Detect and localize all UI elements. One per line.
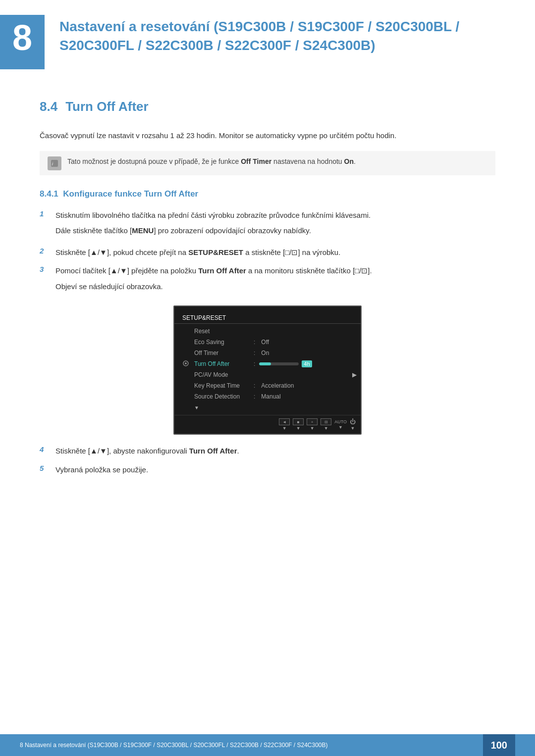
step4-text-end: . [237,447,239,455]
toolbar-label-2: ▼ [296,426,301,431]
step2-text-end: a stiskněte [□/⊡] na výrobku. [243,248,340,256]
step3-sub-text: Objeví se následující obrazovka. [55,280,495,293]
step-number-5: 5 [40,463,54,472]
step-content-3: Pomocí tlačítek [▲/▼] přejděte na položk… [55,264,495,296]
sub-section-heading: 8.4.1 Konfigurace funkce Turn Off After [40,189,495,199]
slider-container: 4h [259,360,312,367]
step3-text-end: a na monitoru stiskněte tlačítko [□/⊡]. [246,266,372,275]
sub-section-number: 8.4.1 [40,189,58,199]
section-number: 8.4 [40,99,57,114]
step2-setup-label: SETUP&RESET [188,248,243,256]
page-footer: 8 Nastavení a resetování (S19C300B / S19… [0,734,535,756]
step2-text-start: Stiskněte [▲/▼], pokud chcete přejít na [55,248,188,256]
pencil-icon: i [50,159,59,168]
step-number-2: 2 [40,246,54,255]
toolbar-label-3: ▼ [310,426,315,431]
toolbar-label-4: ▼ [324,426,328,431]
menu-value-key-repeat: Acceleration [261,382,294,389]
chapter-header: 8 Nastavení a resetování (S19C300B / S19… [0,0,535,84]
toolbar-auto-label: AUTO [334,419,347,424]
note-box: i Tato možnost je dostupná pouze v přípa… [40,151,495,175]
menu-item-turn-off-after: Turn Off After : 4h [174,358,361,369]
step-number-4: 4 [40,445,54,454]
menu-value-eco-saving: Off [261,339,269,346]
menu-label-source-detection: Source Detection [194,393,254,400]
note-text-end: . [354,157,356,165]
step1-main-text: Stisknutím libovolného tlačítka na předn… [55,211,371,219]
slider-fill [259,362,271,365]
slider-bar [259,362,299,365]
toolbar-label-6: ▼ [351,426,355,431]
menu-title: SETUP&RESET [174,311,361,324]
step1-menu-label: MENU [132,226,154,235]
note-text: Tato možnost je dostupná pouze v případě… [67,156,356,167]
footer-text: 8 Nastavení a resetování (S19C300B / S19… [20,742,328,749]
toolbar-label-1: ▼ [282,426,287,431]
menu-colon-eco: : [254,339,255,346]
note-text-middle: nastavena na hodnotu [271,157,344,165]
step1-sub-text: Dále stiskněte tlačítko [MENU] pro zobra… [55,224,495,237]
section-title: Turn Off After [65,99,149,114]
step-content-4: Stiskněte [▲/▼], abyste nakonfigurovali … [55,445,495,457]
chapter-number-block: 8 [0,15,45,69]
step-2: 2 Stiskněte [▲/▼], pokud chcete přejít n… [40,246,495,259]
menu-colon-off-timer: : [254,350,255,356]
menu-item-source-detection: Source Detection : Manual [174,391,361,402]
menu-label-off-timer: Off Timer [194,350,254,356]
power-icon: ⏻ [350,418,356,425]
step3-text-start: Pomocí tlačítek [▲/▼] přejděte na položk… [55,266,198,275]
step5-text: Vybraná položka se použije. [55,465,148,474]
step-content-2: Stiskněte [▲/▼], pokud chcete přejít na … [55,246,495,259]
pcav-arrow: ▶ [352,371,357,378]
page-wrapper: 8 Nastavení a resetování (S19C300B / S19… [0,0,535,756]
step-number-3: 3 [40,264,54,273]
menu-more-arrow: ▼ [194,405,199,410]
menu-items: Reset Eco Saving : Off Off Timer : On [174,324,361,415]
menu-label-pcav-mode: PC/AV Mode [194,371,254,378]
toolbar-label-5: ▼ [338,425,343,430]
menu-item-reset: Reset [174,326,361,337]
toolbar-btn-3: + [307,418,318,425]
menu-label-reset: Reset [194,328,254,335]
chapter-title: Nastavení a resetování (S19C300B / S19C3… [59,15,505,69]
menu-label-key-repeat: Key Repeat Time [194,382,254,389]
sub-section-title: Konfigurace funkce Turn Off After [63,189,198,199]
menu-colon-turn-off: : [254,360,255,367]
step3-turn-off-after-label: Turn Off After [198,266,246,275]
step4-turn-off-after-label: Turn Off After [189,447,237,455]
step-5: 5 Vybraná položka se použije. [40,463,495,476]
menu-item-more-indicator: ▼ [174,402,361,413]
content-area: 8.4 Turn Off After Časovač vypnutí lze n… [0,84,535,521]
note-icon: i [48,156,61,170]
monitor-menu: SETUP&RESET Reset Eco Saving : Off Off T… [174,311,361,434]
svg-point-3 [185,362,187,364]
note-text-start: Tato možnost je dostupná pouze v případě… [67,157,241,165]
menu-item-pcav-mode: PC/AV Mode ▶ [174,369,361,380]
step-3: 3 Pomocí tlačítek [▲/▼] přejděte na polo… [40,264,495,296]
menu-label-turn-off-after: Turn Off After [194,360,254,367]
menu-value-source-detection: Manual [261,393,280,400]
step-4: 4 Stiskněte [▲/▼], abyste nakonfiguroval… [40,445,495,457]
toolbar-btn-1: ◄ [279,418,290,425]
menu-label-eco-saving: Eco Saving [194,339,254,346]
monitor-screen: SETUP&RESET Reset Eco Saving : Off Off T… [173,305,362,435]
step-content-5: Vybraná položka se použije. [55,463,495,476]
step4-text-start: Stiskněte [▲/▼], abyste nakonfigurovali [55,447,189,455]
menu-value-off-timer: On [261,350,269,356]
note-highlight-on: On [344,157,354,165]
menu-item-key-repeat: Key Repeat Time : Acceleration [174,380,361,391]
menu-colon-key-repeat: : [254,382,255,389]
menu-item-off-timer: Off Timer : On [174,348,361,358]
note-highlight-off-timer: Off Timer [241,157,271,165]
step-number-1: 1 [40,209,54,218]
menu-colon-source: : [254,393,255,400]
monitor-toolbar: ◄ ▼ ■ ▼ + [174,415,361,434]
step-content-1: Stisknutím libovolného tlačítka na předn… [55,209,495,240]
section-heading: 8.4 Turn Off After [40,99,495,114]
chapter-number: 8 [12,20,32,55]
slider-value: 4h [302,360,312,367]
intro-paragraph: Časovač vypnutí lze nastavit v rozsahu 1… [40,129,495,142]
step-1: 1 Stisknutím libovolného tlačítka na pře… [40,209,495,240]
toolbar-btn-4: ⊟ [321,418,331,425]
gear-icon [182,360,189,368]
